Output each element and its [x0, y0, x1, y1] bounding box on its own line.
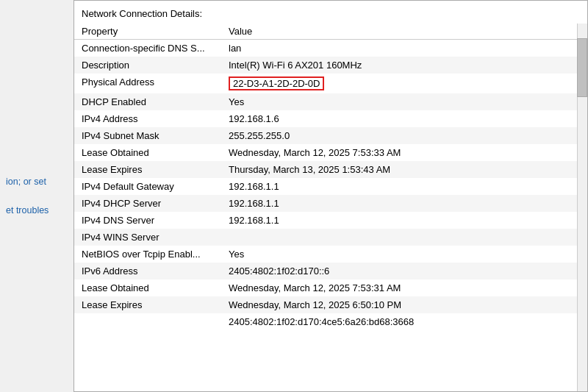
- property-cell: [74, 313, 221, 330]
- value-cell: [221, 229, 587, 246]
- property-cell: IPv4 WINS Server: [74, 229, 221, 246]
- property-cell: DHCP Enabled: [74, 93, 221, 110]
- table-row: Lease ObtainedWednesday, March 12, 2025 …: [74, 144, 587, 161]
- value-cell: Intel(R) Wi-Fi 6 AX201 160MHz: [221, 57, 587, 74]
- property-cell: IPv4 DHCP Server: [74, 195, 221, 212]
- table-row: Lease ExpiresWednesday, March 12, 2025 6…: [74, 296, 587, 313]
- value-cell: 192.168.1.1: [221, 212, 587, 229]
- table-row: DHCP EnabledYes: [74, 93, 587, 110]
- details-table: Property Value Connection-specific DNS S…: [74, 24, 587, 330]
- value-cell: 192.168.1.6: [221, 110, 587, 127]
- panel-title: Network Connection Details:: [74, 7, 587, 24]
- property-cell: IPv4 Default Gateway: [74, 178, 221, 195]
- main-panel: Network Connection Details: Property Val…: [74, 0, 588, 392]
- property-cell: IPv4 Address: [74, 110, 221, 127]
- value-cell: 2405:4802:1f02:d170:4ce5:6a26:bd68:3668: [221, 313, 587, 330]
- scrollbar-thumb[interactable]: [577, 38, 587, 97]
- table-container: Property Value Connection-specific DNS S…: [74, 24, 587, 391]
- table-row: DescriptionIntel(R) Wi-Fi 6 AX201 160MHz: [74, 57, 587, 74]
- left-text-1[interactable]: ion; or set: [6, 175, 68, 189]
- left-panel: ion; or set et troubles: [0, 0, 74, 392]
- table-row: IPv4 DNS Server192.168.1.1: [74, 212, 587, 229]
- col-header-value: Value: [221, 24, 587, 40]
- value-cell: 192.168.1.1: [221, 195, 587, 212]
- col-header-property: Property: [74, 24, 221, 40]
- table-row: Physical Address22-D3-A1-2D-2D-0D: [74, 74, 587, 93]
- value-cell: Yes: [221, 246, 587, 263]
- highlighted-mac-address: 22-D3-A1-2D-2D-0D: [229, 76, 324, 90]
- property-cell: Connection-specific DNS S...: [74, 40, 221, 57]
- table-row: IPv4 WINS Server: [74, 229, 587, 246]
- left-text-2[interactable]: et troubles: [6, 204, 68, 218]
- value-cell: 192.168.1.1: [221, 178, 587, 195]
- table-row: Connection-specific DNS S...lan: [74, 40, 587, 57]
- table-row: 2405:4802:1f02:d170:4ce5:6a26:bd68:3668: [74, 313, 587, 330]
- table-row: IPv4 Subnet Mask255.255.255.0: [74, 127, 587, 144]
- table-row: Lease ExpiresThursday, March 13, 2025 1:…: [74, 161, 587, 178]
- property-cell: IPv4 Subnet Mask: [74, 127, 221, 144]
- value-cell: 255.255.255.0: [221, 127, 587, 144]
- property-cell: Lease Obtained: [74, 144, 221, 161]
- value-cell: lan: [221, 40, 587, 57]
- scrollbar[interactable]: [577, 24, 587, 391]
- property-cell: Description: [74, 57, 221, 74]
- table-row: IPv4 DHCP Server192.168.1.1: [74, 195, 587, 212]
- table-row: NetBIOS over Tcpip Enabl...Yes: [74, 246, 587, 263]
- property-cell: IPv4 DNS Server: [74, 212, 221, 229]
- value-cell: Wednesday, March 12, 2025 6:50:10 PM: [221, 296, 587, 313]
- value-cell: 22-D3-A1-2D-2D-0D: [221, 74, 587, 93]
- value-cell: Wednesday, March 12, 2025 7:53:31 AM: [221, 279, 587, 296]
- table-row: IPv4 Default Gateway192.168.1.1: [74, 178, 587, 195]
- value-cell: 2405:4802:1f02:d170::6: [221, 263, 587, 279]
- value-cell: Yes: [221, 93, 587, 110]
- property-cell: Physical Address: [74, 74, 221, 93]
- value-cell: Wednesday, March 12, 2025 7:53:33 AM: [221, 144, 587, 161]
- table-row: Lease ObtainedWednesday, March 12, 2025 …: [74, 279, 587, 296]
- table-row: IPv6 Address2405:4802:1f02:d170::6: [74, 263, 587, 279]
- property-cell: Lease Expires: [74, 296, 221, 313]
- property-cell: Lease Expires: [74, 161, 221, 178]
- table-row: IPv4 Address192.168.1.6: [74, 110, 587, 127]
- property-cell: Lease Obtained: [74, 279, 221, 296]
- value-cell: Thursday, March 13, 2025 1:53:43 AM: [221, 161, 587, 178]
- property-cell: NetBIOS over Tcpip Enabl...: [74, 246, 221, 263]
- property-cell: IPv6 Address: [74, 263, 221, 279]
